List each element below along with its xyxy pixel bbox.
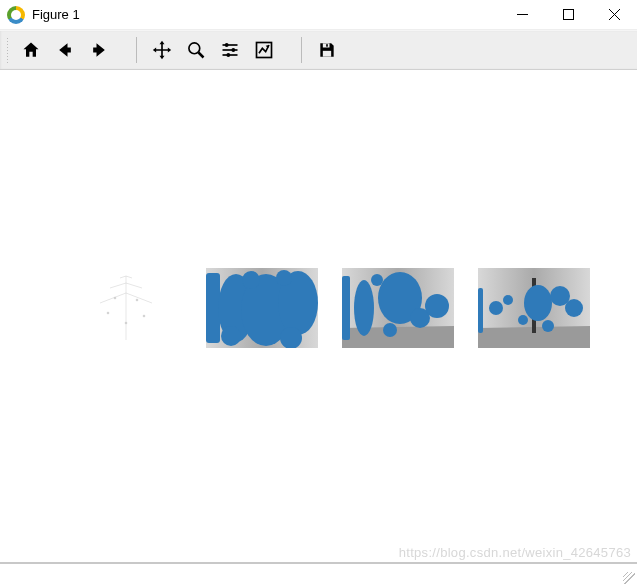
- subplot-3: [342, 268, 454, 348]
- toolbar-grip: [6, 37, 10, 63]
- forward-button[interactable]: [82, 33, 116, 67]
- svg-point-47: [542, 320, 554, 332]
- configure-button[interactable]: [213, 33, 247, 67]
- svg-point-27: [276, 270, 292, 286]
- svg-point-29: [280, 327, 302, 348]
- svg-point-44: [524, 285, 552, 321]
- back-button[interactable]: [48, 33, 82, 67]
- svg-rect-14: [323, 51, 331, 57]
- svg-rect-15: [326, 44, 328, 47]
- svg-rect-32: [342, 276, 350, 340]
- svg-point-43: [503, 295, 513, 305]
- svg-rect-41: [478, 288, 483, 333]
- svg-point-48: [518, 315, 528, 325]
- svg-point-20: [125, 322, 127, 324]
- svg-rect-1: [563, 10, 573, 20]
- resize-grip[interactable]: [623, 572, 635, 584]
- svg-point-28: [221, 326, 241, 346]
- maximize-button[interactable]: [545, 0, 591, 29]
- window-titlebar: Figure 1: [0, 0, 637, 30]
- minimize-button[interactable]: [499, 0, 545, 29]
- svg-point-11: [226, 53, 230, 57]
- subplot-row: [70, 268, 590, 348]
- svg-point-46: [565, 299, 583, 317]
- svg-point-38: [371, 274, 383, 286]
- pan-button[interactable]: [145, 33, 179, 67]
- svg-point-19: [143, 315, 145, 317]
- svg-point-18: [107, 312, 109, 314]
- subplot-2: [206, 268, 318, 348]
- app-icon: [7, 6, 25, 24]
- window-controls: [499, 0, 637, 29]
- matplotlib-toolbar: [0, 30, 637, 70]
- svg-point-9: [225, 43, 229, 47]
- subplot-1: [70, 268, 182, 348]
- svg-point-16: [114, 297, 116, 299]
- close-button[interactable]: [591, 0, 637, 29]
- svg-point-10: [231, 48, 235, 52]
- svg-line-5: [199, 53, 204, 58]
- svg-rect-22: [206, 273, 220, 343]
- figure-canvas[interactable]: [0, 70, 637, 562]
- zoom-button[interactable]: [179, 33, 213, 67]
- edit-axis-button[interactable]: [247, 33, 281, 67]
- svg-point-4: [189, 43, 200, 54]
- save-button[interactable]: [310, 33, 344, 67]
- svg-point-33: [354, 280, 374, 336]
- statusbar: [0, 562, 637, 586]
- svg-point-17: [136, 299, 138, 301]
- subplot-4: [478, 268, 590, 348]
- svg-point-36: [425, 294, 449, 318]
- svg-point-26: [242, 271, 260, 289]
- toolbar-separator: [301, 37, 302, 63]
- window-title: Figure 1: [32, 7, 499, 22]
- svg-point-37: [383, 323, 397, 337]
- home-button[interactable]: [14, 33, 48, 67]
- toolbar-separator: [136, 37, 137, 63]
- svg-point-42: [489, 301, 503, 315]
